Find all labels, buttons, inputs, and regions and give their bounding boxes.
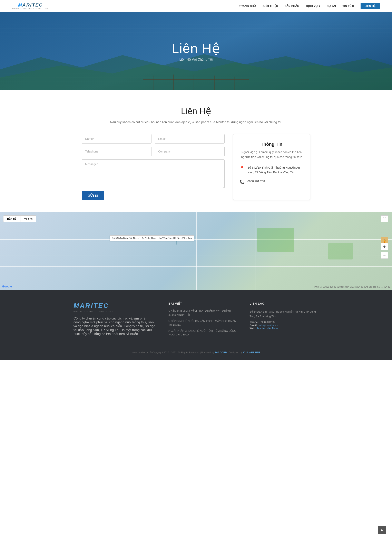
contact-title: Liên Hệ	[82, 106, 310, 116]
chevron-down-icon: ▾	[319, 5, 320, 8]
footer-web-link[interactable]: Maritec Việt Nam	[257, 327, 278, 330]
map-tab-satellite[interactable]: Vệ tinh	[20, 215, 36, 222]
map-road	[255, 212, 255, 290]
list-item: > CÔNG NGHỆ NUÔI CÁ NĂM 2021 – MÁY CHO C…	[168, 319, 237, 326]
footer-post-link-3[interactable]: > GIẢI PHÁP CHO NGHỀ NUÔI TÔM HÙM BẰNG L…	[168, 329, 236, 336]
form-row-1	[82, 134, 225, 144]
map-green-area	[257, 228, 294, 252]
list-item: > SẢN PHẨM NHUYỄM LƯỚI CHỐNG RÊU CHỈ TỪ …	[168, 309, 237, 317]
footer-phone-line: Phone: 0908201208	[250, 320, 319, 324]
zoom-out-button[interactable]: −	[381, 252, 388, 259]
footer-posts-title: BÀI VIẾT	[168, 302, 237, 305]
footer-email-label: Email:	[250, 324, 258, 327]
name-input[interactable]	[82, 134, 151, 144]
map-background: 📍 Số 542/1A Bình Giã, Nguyễn An Ninh, Th…	[0, 212, 392, 290]
form-row-2	[82, 147, 225, 156]
footer-grid: MARITEC MARINE CULTURE TECHNOLOGY Công t…	[74, 302, 318, 339]
footer-about: MARITEC MARINE CULTURE TECHNOLOGY Công t…	[74, 302, 156, 339]
fullscreen-button[interactable]: ⛶	[381, 215, 388, 222]
footer-posts: BÀI VIẾT > SẢN PHẨM NHUYỄM LƯỚI CHỐNG RÊ…	[168, 302, 237, 339]
map-road	[196, 212, 197, 290]
contact-section: Liên Hệ Nếu quý khách có bất cứ câu hỏi …	[74, 90, 318, 212]
footer-contact: LIÊN LẠC Số 542/1A Bình Giã, Phường Nguy…	[250, 302, 319, 339]
footer-contact-title: LIÊN LẠC	[250, 302, 319, 305]
nav-links: TRANG CHỦ GIỚI THIỆU SẢN PHẨM DỊCH VỤ ▾ …	[239, 3, 380, 9]
footer-contact-address: Số 542/1A Bình Giã, Phường Nguyễn An Nin…	[250, 309, 319, 319]
hero-title: Liên Hệ	[172, 41, 220, 56]
info-address: Số 542/1A Bình Giã, Phường Nguyễn An Nin…	[247, 165, 304, 175]
info-phone: 0908 201 208	[247, 179, 265, 184]
google-logo: Google	[2, 285, 12, 288]
zoom-in-button[interactable]: +	[381, 243, 388, 250]
footer-designed-by-text: | Designed by	[227, 351, 242, 354]
phone-icon: 📞	[240, 180, 245, 184]
footer-phone-label: Phone:	[250, 320, 259, 324]
info-card-desc: Ngoài việc gửi email, quý khách còn có t…	[240, 150, 304, 160]
contact-grid: GỬI ĐI Thông Tin Ngoài việc gửi email, q…	[82, 134, 310, 200]
footer-email-line: Email: info@maritec.vn	[250, 324, 319, 327]
footer-posts-list: > SẢN PHẨM NHUYỄM LƯỚI CHỐNG RÊU CHỈ TỪ …	[168, 309, 237, 336]
footer-powered-by[interactable]: 360 CORP	[215, 351, 227, 354]
map-location-label: Số 542/1A Bình Giã, Nguyễn An Ninh, Thàn…	[110, 235, 194, 241]
contact-subtitle: Nếu quý khách có bất cứ câu hỏi nào liên…	[82, 120, 310, 124]
footer-phone: 0908201208	[260, 320, 275, 324]
footer-post-link-1[interactable]: > SẢN PHẨM NHUYỄM LƯỚI CHỐNG RÊU CHỈ TỪ …	[168, 310, 231, 316]
footer-post-link-2[interactable]: > CÔNG NGHỆ NUÔI CÁ NĂM 2021 – MÁY CHO C…	[168, 320, 236, 326]
footer-web-label: Web:	[250, 327, 256, 330]
navbar: MARITEC MARINE CULTURE TECHNOLOGY TRANG …	[0, 0, 392, 12]
nav-projects[interactable]: DỰ ÁN	[327, 5, 336, 8]
info-card: Thông Tin Ngoài việc gửi email, quý khác…	[233, 134, 310, 200]
location-pin-icon: 📍	[240, 166, 245, 171]
nav-products[interactable]: SẢN PHẨM	[285, 5, 300, 8]
footer-logo-sub: MARINE CULTURE TECHNOLOGY	[74, 310, 156, 312]
company-input[interactable]	[155, 147, 225, 156]
info-address-item: 📍 Số 542/1A Bình Giã, Phường Nguyễn An N…	[240, 165, 304, 175]
footer-logo-text: MARITEC	[74, 302, 156, 310]
send-button[interactable]: GỬI ĐI	[82, 191, 104, 200]
logo[interactable]: MARITEC MARINE CULTURE TECHNOLOGY	[12, 2, 49, 10]
footer-email[interactable]: info@maritec.vn	[259, 324, 278, 327]
map-road	[118, 212, 118, 290]
map-zoom-controls: + −	[381, 243, 388, 259]
nav-about[interactable]: GIỚI THIỆU	[262, 5, 278, 8]
map-tab-controls: Bản đồ Vệ tinh	[3, 215, 36, 222]
email-input[interactable]	[155, 134, 225, 144]
logo-text: MARITEC	[18, 2, 43, 8]
telephone-input[interactable]	[82, 147, 151, 156]
map-section: 📍 Số 542/1A Bình Giã, Nguyễn An Ninh, Th…	[0, 212, 392, 290]
logo-sub: MARINE CULTURE TECHNOLOGY	[12, 8, 49, 10]
nav-news[interactable]: TIN TỨC	[342, 5, 354, 8]
footer: MARITEC MARINE CULTURE TECHNOLOGY Công t…	[0, 290, 392, 360]
list-item: > GIẢI PHÁP CHO NGHỀ NUÔI TÔM HÙM BẰNG L…	[168, 329, 237, 336]
footer-logo: MARITEC MARINE CULTURE TECHNOLOGY	[74, 302, 156, 312]
hero-section: Liên Hệ Liên Hệ Với Chúng Tôi	[0, 12, 392, 90]
footer-designed-by[interactable]: VUA WEBSITE	[243, 351, 260, 354]
info-card-title: Thông Tin	[240, 142, 304, 147]
nav-home[interactable]: TRANG CHỦ	[239, 5, 256, 8]
map-copyright: Phím tắt Dữ liệu bản đồ ©2022 500 m Điều…	[314, 286, 390, 288]
map-green-area	[328, 243, 353, 260]
map-tab-map[interactable]: Bản đồ	[3, 215, 20, 222]
footer-web-line: Web: Maritec Việt Nam	[250, 327, 319, 330]
footer-bottom: www.maritec.vn © Copyright 2020 - 2022| …	[74, 347, 318, 354]
footer-desc: Công ty chuyên cung cấp các dịch vụ và s…	[74, 316, 156, 336]
info-phone-item: 📞 0908 201 208	[240, 179, 304, 184]
hero-subtitle: Liên Hệ Với Chúng Tôi	[180, 58, 213, 61]
nav-services[interactable]: DỊCH VỤ ▾	[306, 5, 320, 8]
nav-contact-btn[interactable]: LIÊN HỆ	[361, 3, 380, 9]
message-input[interactable]	[82, 160, 225, 188]
contact-form: GỬI ĐI	[82, 134, 225, 200]
footer-copyright-text: www.maritec.vn © Copyright 2020 - 2022| …	[132, 351, 214, 354]
